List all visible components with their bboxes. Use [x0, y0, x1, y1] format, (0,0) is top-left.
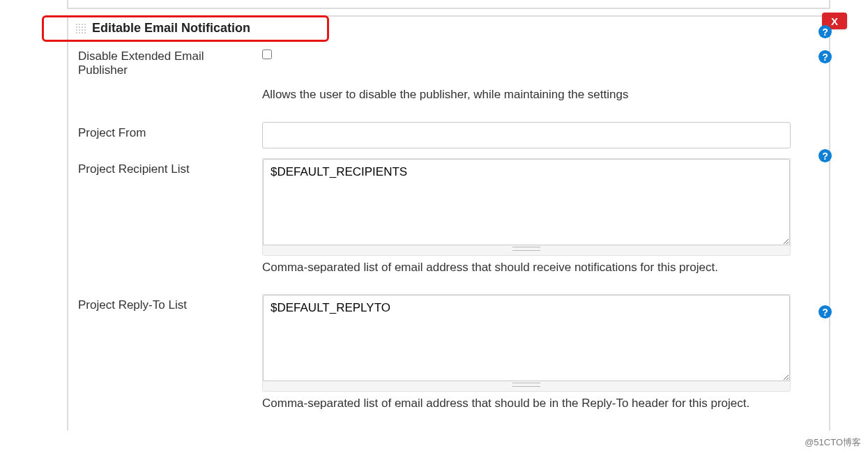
label-reply-to-list: Project Reply-To List [78, 294, 262, 312]
help-icon[interactable]: ? [818, 50, 832, 63]
disable-publisher-hint: Allows the user to disable the publisher… [262, 86, 791, 104]
section-title: Editable Email Notification [92, 21, 250, 36]
spacer [78, 83, 262, 87]
recipient-textarea-wrap [262, 158, 791, 256]
hint-container: Allows the user to disable the publisher… [262, 83, 791, 116]
drag-handle-icon[interactable] [75, 23, 86, 34]
previous-section-border [67, 0, 830, 9]
resize-grip-icon[interactable] [263, 381, 790, 388]
question-mark-icon: ? [822, 52, 828, 63]
recipient-list-hint: Comma-separated list of email address th… [262, 259, 791, 277]
resize-grip-icon[interactable] [263, 245, 790, 252]
field-recipient-list: Comma-separated list of email address th… [262, 158, 791, 289]
row-disable-publisher: Disable Extended Email Publisher [78, 45, 819, 77]
field-reply-to-list: Comma-separated list of email address th… [262, 294, 791, 425]
row-disable-publisher-hint: Allows the user to disable the publisher… [78, 83, 819, 116]
form-body: Disable Extended Email Publisher Allows … [68, 45, 829, 425]
reply-to-list-textarea[interactable] [263, 295, 790, 381]
email-notification-section: Editable Email Notification X Disable Ex… [67, 15, 830, 431]
reply-to-list-hint: Comma-separated list of email address th… [262, 394, 791, 413]
label-project-from: Project From [78, 122, 262, 140]
close-icon: X [831, 15, 838, 27]
question-mark-icon: ? [822, 26, 828, 38]
row-reply-to-list: Project Reply-To List Comma-separated li… [78, 294, 819, 425]
section-header: Editable Email Notification X [68, 17, 829, 45]
disable-publisher-checkbox[interactable] [262, 49, 272, 59]
help-icon[interactable]: ? [818, 25, 832, 38]
recipient-list-textarea[interactable] [263, 159, 790, 245]
question-mark-icon: ? [822, 151, 828, 162]
label-disable-publisher: Disable Extended Email Publisher [78, 45, 262, 77]
row-recipient-list: Project Recipient List Comma-separated l… [78, 158, 819, 289]
field-project-from [262, 122, 791, 148]
row-project-from: Project From [78, 122, 819, 148]
help-icon[interactable]: ? [818, 305, 832, 318]
watermark: @51CTO博客 [805, 436, 861, 449]
help-icon[interactable]: ? [818, 149, 832, 162]
label-recipient-list: Project Recipient List [78, 158, 262, 176]
checkbox-cell [262, 45, 272, 59]
reply-to-textarea-wrap [262, 294, 791, 392]
question-mark-icon: ? [822, 307, 828, 318]
project-from-input[interactable] [262, 122, 791, 148]
